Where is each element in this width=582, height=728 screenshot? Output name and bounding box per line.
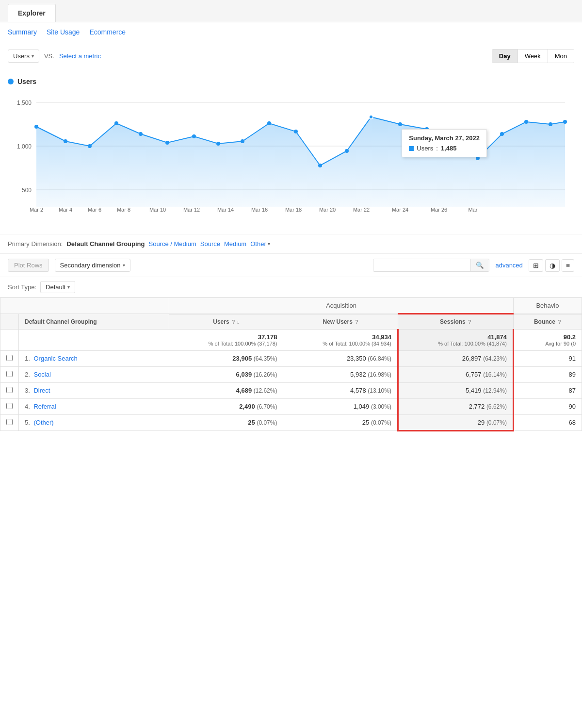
metric-dropdown[interactable]: Users ▾: [8, 50, 39, 63]
row4-bounce-cell: 90: [513, 399, 582, 415]
row3-channel-link[interactable]: Direct: [33, 387, 50, 394]
day-button[interactable]: Day: [492, 50, 518, 63]
row2-channel-cell: 2. Social: [19, 367, 169, 383]
dim-source-link[interactable]: Source: [200, 240, 220, 248]
secondary-dim-label: Secondary dimension: [60, 262, 121, 269]
total-users-cell: 37,178 % of Total: 100.00% (37,178): [169, 330, 283, 351]
pie-view-icon[interactable]: ◑: [545, 259, 560, 272]
data-table: Acquisition Behavio Default Channel Grou…: [0, 298, 582, 431]
svg-text:Mar 22: Mar 22: [353, 207, 370, 213]
explorer-tab[interactable]: Explorer: [8, 4, 56, 22]
sub-tab-summary[interactable]: Summary: [8, 28, 37, 36]
row5-channel-link[interactable]: (Other): [33, 419, 53, 426]
svg-point-12: [192, 134, 196, 138]
table-row: 2. Social 6,039 (16.26%) 5,932 (16.98%) …: [0, 367, 582, 383]
row4-channel-link[interactable]: Referral: [33, 403, 56, 410]
row5-checkbox[interactable]: [0, 415, 19, 431]
row1-checkbox[interactable]: [0, 351, 19, 367]
row1-channel-cell: 1. Organic Search: [19, 351, 169, 367]
sort-value: Default: [46, 283, 65, 291]
svg-text:Mar 4: Mar 4: [59, 207, 72, 213]
totals-row: 37,178 % of Total: 100.00% (37,178) 34,9…: [0, 330, 582, 351]
row2-checkbox[interactable]: [0, 367, 19, 383]
search-button[interactable]: 🔍: [470, 259, 489, 271]
row5-bounce-cell: 68: [513, 415, 582, 431]
table-row: 4. Referral 2,490 (6.70%) 1,049 (3.00%) …: [0, 399, 582, 415]
svg-point-8: [88, 144, 92, 148]
th-new-users[interactable]: New Users ?: [283, 314, 398, 330]
sort-row: Sort Type: Default ▾: [0, 277, 582, 298]
svg-point-20: [398, 122, 402, 126]
row4-channel-cell: 4. Referral: [19, 399, 169, 415]
svg-point-15: [267, 121, 271, 125]
week-button[interactable]: Week: [518, 50, 548, 63]
dim-other-dropdown[interactable]: Other ▾: [250, 240, 270, 248]
grid-view-icon[interactable]: ⊞: [529, 259, 543, 272]
data-table-wrapper: Acquisition Behavio Default Channel Grou…: [0, 298, 582, 431]
th-users[interactable]: Users ? ↓: [169, 314, 283, 330]
svg-text:500: 500: [22, 187, 32, 194]
svg-point-10: [139, 132, 143, 136]
row3-users-cell: 4,689 (12.62%): [169, 383, 283, 399]
svg-text:Mar 16: Mar 16: [251, 207, 268, 213]
row5-new-users-cell: 25 (0.07%): [283, 415, 398, 431]
users-sort-icon: ↓: [237, 319, 240, 325]
svg-point-18: [345, 149, 349, 153]
view-icons: ⊞ ◑ ≡: [529, 259, 574, 272]
row5-checkbox-input[interactable]: [6, 419, 13, 425]
row3-channel-cell: 3. Direct: [19, 383, 169, 399]
sub-tabs-bar: Summary Site Usage Ecommerce: [0, 22, 582, 42]
dim-medium-link[interactable]: Medium: [224, 240, 246, 248]
row2-users-cell: 6,039 (16.26%): [169, 367, 283, 383]
sub-tab-ecommerce[interactable]: Ecommerce: [89, 28, 126, 36]
svg-text:Mar 18: Mar 18: [285, 207, 302, 213]
sort-dropdown[interactable]: Default ▾: [40, 281, 75, 293]
th-bounce[interactable]: Bounce ?: [513, 314, 582, 330]
row3-checkbox[interactable]: [0, 383, 19, 399]
row1-channel-link[interactable]: Organic Search: [33, 355, 77, 362]
row1-bounce-cell: 91: [513, 351, 582, 367]
sub-tab-site-usage[interactable]: Site Usage: [47, 28, 80, 36]
search-box: 🔍: [373, 259, 489, 272]
svg-point-27: [563, 120, 567, 124]
row5-channel-cell: 5. (Other): [19, 415, 169, 431]
advanced-link[interactable]: advanced: [495, 262, 522, 269]
row1-checkbox-input[interactable]: [6, 355, 13, 361]
svg-point-9: [114, 121, 118, 125]
svg-point-7: [64, 139, 67, 143]
sort-label: Sort Type:: [8, 283, 36, 291]
svg-text:1,500: 1,500: [17, 99, 32, 106]
row2-channel-link[interactable]: Social: [33, 371, 50, 378]
th-sessions[interactable]: Sessions ?: [398, 314, 513, 330]
row3-checkbox-input[interactable]: [6, 387, 13, 393]
svg-text:Mar 24: Mar 24: [392, 207, 408, 213]
metric-row: Users ▾ VS. Select a metric Day Week Mon: [0, 42, 582, 70]
secondary-dim-chevron-icon: ▾: [123, 263, 125, 268]
svg-point-13: [216, 142, 220, 146]
row2-checkbox-input[interactable]: [6, 371, 13, 377]
tooltip-number: 1,485: [441, 145, 457, 152]
row4-new-users-cell: 1,049 (3.00%): [283, 399, 398, 415]
row4-checkbox-input[interactable]: [6, 403, 13, 409]
metric-chevron-icon: ▾: [32, 53, 34, 59]
new-users-help-icon: ?: [355, 319, 358, 325]
primary-dimension-row: Primary Dimension: Default Channel Group…: [0, 234, 582, 254]
secondary-dimension-dropdown[interactable]: Secondary dimension ▾: [55, 259, 130, 272]
month-button[interactable]: Mon: [548, 50, 574, 63]
select-metric-link[interactable]: Select a metric: [59, 52, 101, 60]
svg-point-25: [524, 120, 528, 124]
svg-text:1,000: 1,000: [17, 143, 32, 150]
sessions-help-icon: ?: [468, 319, 471, 325]
total-new-users-cell: 34,934 % of Total: 100.00% (34,934): [283, 330, 398, 351]
row4-checkbox[interactable]: [0, 399, 19, 415]
svg-text:Mar 8: Mar 8: [117, 207, 130, 213]
svg-text:Mar: Mar: [469, 207, 478, 213]
search-input[interactable]: [373, 259, 470, 271]
chart-tooltip: Sunday, March 27, 2022 Users: 1,485: [402, 129, 487, 157]
list-view-icon[interactable]: ≡: [562, 259, 574, 272]
th-channel: Default Channel Grouping: [19, 314, 169, 330]
row4-users-cell: 2,490 (6.70%): [169, 399, 283, 415]
th-behavior: Behavio: [513, 298, 582, 314]
dim-source-medium-link[interactable]: Source / Medium: [148, 240, 196, 248]
plot-rows-button[interactable]: Plot Rows: [8, 259, 49, 272]
